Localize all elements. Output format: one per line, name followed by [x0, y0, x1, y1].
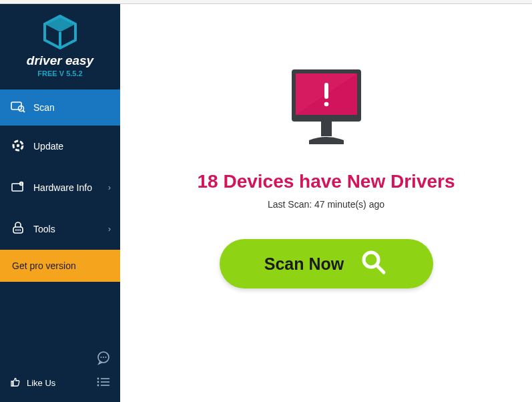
last-scan-text: Last Scan: 47 minute(s) ago [268, 199, 384, 210]
nav-hardware-label: Hardware Info [33, 182, 92, 193]
svg-point-18 [105, 357, 107, 358]
nav-tools-label: Tools [33, 224, 55, 234]
app-logo-icon [0, 15, 120, 49]
svg-point-19 [97, 378, 99, 380]
svg-point-29 [324, 102, 328, 107]
scan-now-label: Scan Now [264, 254, 344, 274]
nav-update[interactable]: Update [0, 126, 120, 167]
search-icon [358, 247, 388, 280]
like-us-button[interactable]: Like Us [9, 376, 55, 390]
nav-scan[interactable]: Scan [0, 89, 120, 126]
sidebar: driver easy FREE V 5.5.2 Scan Update i [0, 4, 120, 402]
list-icon[interactable] [96, 377, 111, 389]
chevron-right-icon: › [108, 224, 111, 234]
svg-point-23 [97, 385, 99, 387]
nav-upgrade-label: Get pro version [12, 260, 76, 271]
thumbs-up-icon [9, 376, 21, 390]
alert-monitor-icon [280, 64, 373, 154]
svg-rect-28 [324, 83, 328, 99]
like-us-label: Like Us [27, 378, 55, 388]
nav-hardware[interactable]: i Hardware Info › [0, 167, 120, 208]
tools-icon [9, 222, 27, 237]
app-root: driver easy FREE V 5.5.2 Scan Update i [0, 4, 532, 402]
svg-line-33 [377, 266, 384, 272]
svg-point-16 [101, 357, 102, 358]
nav-upgrade[interactable]: Get pro version [0, 250, 120, 282]
headline: 18 Devices have New Drivers [197, 171, 455, 192]
scan-icon [9, 101, 27, 115]
brand-name: driver easy [0, 53, 120, 68]
svg-line-5 [23, 110, 25, 112]
nav-update-label: Update [33, 141, 63, 152]
sidebar-nav: Scan Update i Hardware Info › Tools [0, 89, 120, 282]
svg-point-17 [103, 357, 104, 358]
chevron-right-icon: › [108, 183, 111, 192]
main-content: 18 Devices have New Drivers Last Scan: 4… [120, 4, 532, 402]
update-icon [9, 139, 27, 154]
hardware-info-icon: i [9, 180, 27, 196]
nav-scan-label: Scan [33, 102, 55, 113]
chat-icon[interactable] [96, 351, 111, 368]
svg-point-7 [17, 144, 19, 146]
svg-rect-31 [321, 122, 332, 136]
svg-point-21 [97, 381, 99, 383]
svg-marker-1 [45, 16, 75, 32]
scan-now-button[interactable]: Scan Now [220, 239, 433, 288]
brand-version: FREE V 5.5.2 [0, 69, 120, 77]
nav-tools[interactable]: Tools › [0, 208, 120, 250]
sidebar-bottom: Like Us [0, 344, 120, 402]
brand: driver easy FREE V 5.5.2 [0, 4, 120, 85]
